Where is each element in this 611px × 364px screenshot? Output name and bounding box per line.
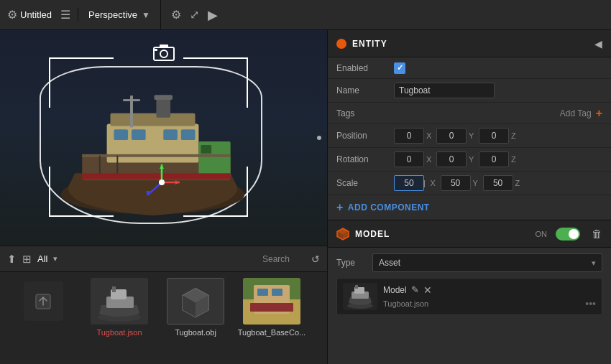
- bracket-bl: [49, 167, 114, 217]
- entity-tags-row: Tags Add Tag +: [328, 103, 611, 124]
- position-x-input[interactable]: [394, 128, 424, 144]
- svg-rect-33: [112, 286, 116, 292]
- add-component-plus-icon: +: [336, 201, 344, 214]
- model-type-select[interactable]: Asset ▾: [372, 253, 602, 272]
- entity-position-row: Position X Y Z: [328, 124, 611, 148]
- position-y-axis: Y: [469, 131, 476, 140]
- position-z-field: Z: [479, 128, 518, 144]
- bottom-toolbar: ⬆ ⊞ All ▾ Search ↺: [0, 246, 327, 272]
- camera-icon: [152, 42, 175, 66]
- viewport-overlay: [0, 30, 327, 246]
- viewport-canvas[interactable]: [0, 30, 327, 246]
- svg-point-4: [61, 174, 245, 214]
- transform-gizmo[interactable]: [140, 161, 183, 204]
- perspective-down-icon[interactable]: ▼: [142, 10, 150, 20]
- refresh-icon[interactable]: ↺: [311, 253, 320, 265]
- scale-x-field: | X: [394, 175, 438, 191]
- topbar: ⚙ Untitled ☰ Perspective ▼ ⚙ ⤢ ▶: [0, 0, 611, 30]
- scale-x-input[interactable]: [394, 175, 424, 191]
- add-component-button[interactable]: + ADD COMPONENT: [336, 201, 430, 214]
- gear-icon[interactable]: ⚙: [7, 8, 17, 22]
- fullscreen-icon[interactable]: ⤢: [190, 8, 199, 22]
- bracket-br: [183, 167, 248, 217]
- svg-marker-27: [146, 191, 150, 195]
- perspective-section: Perspective ▼: [78, 0, 161, 29]
- right-panel: ENTITY ◀ Enabled ✓ Name Tags Add Tag + P…: [327, 30, 611, 364]
- svg-rect-12: [156, 98, 170, 118]
- position-xyz: X Y Z: [394, 128, 602, 144]
- enabled-checkbox[interactable]: ✓: [394, 62, 405, 74]
- entity-section-title: ENTITY: [352, 39, 589, 49]
- position-y-input[interactable]: [436, 128, 467, 144]
- search-label[interactable]: Search: [262, 254, 290, 264]
- scale-xyz: | X Y Z: [394, 175, 602, 191]
- remove-model-asset-button[interactable]: ✕: [423, 284, 432, 296]
- bottom-panel: ⬆ ⊞ All ▾ Search ↺: [0, 246, 327, 364]
- position-y-field: Y: [436, 128, 476, 144]
- asset-item-2[interactable]: Tugboat_BaseCo...: [236, 278, 308, 337]
- boat-selection-outline: [40, 66, 262, 224]
- upload-icon[interactable]: ⬆: [7, 253, 17, 266]
- upload-area[interactable]: [24, 281, 63, 321]
- bracket-tr: [183, 57, 248, 108]
- rotation-x-field: X: [394, 151, 433, 167]
- svg-rect-13: [154, 95, 173, 100]
- position-label: Position: [336, 131, 394, 141]
- svg-point-1: [160, 50, 167, 57]
- svg-rect-41: [257, 289, 268, 296]
- rotation-y-axis: Y: [469, 155, 476, 164]
- scale-y-input[interactable]: [441, 175, 471, 191]
- svg-rect-7: [114, 129, 128, 140]
- model-type-row: Type Asset ▾: [336, 253, 602, 272]
- asset-item-0[interactable]: Tugboat.json: [83, 278, 155, 337]
- asset-label-0: Tugboat.json: [96, 328, 142, 337]
- enabled-label: Enabled: [336, 63, 394, 73]
- scene-title: Untitled: [20, 9, 52, 20]
- settings-icon[interactable]: ⚙: [171, 8, 181, 22]
- position-z-input[interactable]: [479, 128, 509, 144]
- entity-section-header: ENTITY ◀: [328, 30, 611, 57]
- play-icon[interactable]: ▶: [208, 7, 218, 23]
- list-icon[interactable]: ☰: [60, 8, 70, 22]
- position-z-axis: Z: [511, 131, 518, 140]
- model-type-caret-icon: ▾: [592, 258, 596, 268]
- svg-rect-3: [155, 49, 157, 51]
- entity-collapse-btn[interactable]: ◀: [594, 38, 602, 50]
- scale-y-field: Y: [441, 175, 480, 191]
- delete-model-button[interactable]: 🗑: [592, 228, 602, 240]
- rotation-x-axis: X: [426, 155, 433, 164]
- perspective-label: Perspective: [88, 9, 137, 20]
- tags-area: Add Tag +: [394, 107, 602, 120]
- svg-rect-17: [201, 145, 211, 154]
- entity-enabled-row: Enabled ✓: [328, 57, 611, 79]
- rotation-z-input[interactable]: [479, 151, 509, 167]
- model-asset-info: Model ✎ ✕ Tugboat.json •••: [383, 284, 596, 309]
- asset-item-1[interactable]: Tugboat.obj: [160, 278, 231, 337]
- side-indicator-dot: [317, 136, 321, 140]
- model-asset-thumbnail: [343, 283, 377, 310]
- rotation-y-field: Y: [436, 151, 476, 167]
- rotation-y-input[interactable]: [436, 151, 467, 167]
- all-caret-icon[interactable]: ▾: [53, 254, 58, 263]
- bottom-assets: Tugboat.json Tugboat.obj: [0, 272, 327, 364]
- svg-rect-18: [82, 173, 231, 179]
- rotation-z-field: Z: [479, 151, 518, 167]
- grid-view-icon[interactable]: ⊞: [22, 253, 32, 266]
- model-asset-more-icon[interactable]: •••: [585, 298, 596, 309]
- name-input[interactable]: [394, 83, 495, 98]
- rotation-x-input[interactable]: [394, 151, 424, 167]
- add-tag-button[interactable]: +: [596, 107, 602, 120]
- model-toggle[interactable]: [556, 228, 580, 241]
- svg-rect-16: [198, 141, 230, 177]
- check-icon: ✓: [397, 63, 403, 73]
- cursor-icon: |: [423, 179, 426, 187]
- edit-model-asset-button[interactable]: ✎: [411, 284, 419, 295]
- asset-upload-item[interactable]: [7, 278, 79, 325]
- bracket-tl: [49, 57, 114, 108]
- model-section-header: MODEL ON 🗑: [328, 220, 611, 248]
- position-x-field: X: [394, 128, 433, 144]
- model-asset-row: Model ✎ ✕ Tugboat.json •••: [336, 278, 602, 315]
- on-label: ON: [536, 230, 548, 238]
- boat-model: [47, 70, 259, 220]
- scale-z-input[interactable]: [483, 175, 513, 191]
